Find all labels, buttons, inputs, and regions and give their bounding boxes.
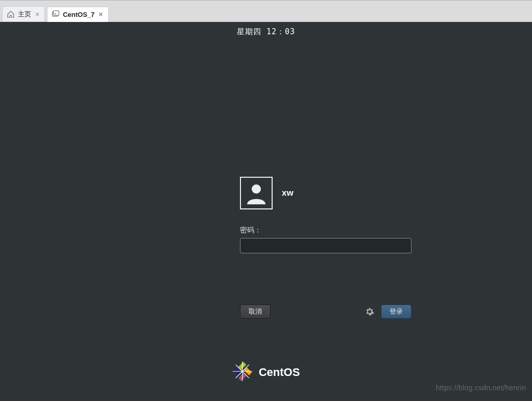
login-panel: xw 密码： 取消 登录 [240,177,413,319]
password-label: 密码： [240,226,413,235]
user-icon [244,181,269,205]
password-input[interactable] [240,238,412,253]
tab-home[interactable]: 主页 × [2,6,45,21]
top-clock: 星期四 12：03 [237,27,295,37]
svg-point-2 [252,184,261,194]
tab-centos-label: CentOS_7 [63,11,94,18]
username-label: xw [282,188,294,198]
tab-home-close[interactable]: × [34,11,40,18]
avatar [240,177,273,209]
login-button[interactable]: 登录 [381,304,412,319]
vm-screen: 星期四 12：03 xw 密码： 取消 登录 [0,22,532,401]
centos-logo-icon [232,361,253,384]
button-row: 取消 登录 [240,304,412,319]
session-options-button[interactable] [364,305,376,318]
centos-text: CentOS [259,366,300,379]
tab-bar: 主页 × CentOS_7 × [0,0,532,22]
tab-home-label: 主页 [18,10,31,19]
home-icon [7,10,15,18]
watermark: https://blog.csdn.net/henrin [436,384,526,392]
centos-branding: CentOS [232,361,300,384]
user-row[interactable]: xw [240,177,413,209]
vm-icon [52,10,60,18]
tab-centos-close[interactable]: × [98,11,104,18]
cancel-button[interactable]: 取消 [240,304,271,319]
tab-centos[interactable]: CentOS_7 × [47,7,108,22]
gear-icon [366,308,374,316]
svg-rect-1 [54,11,59,15]
